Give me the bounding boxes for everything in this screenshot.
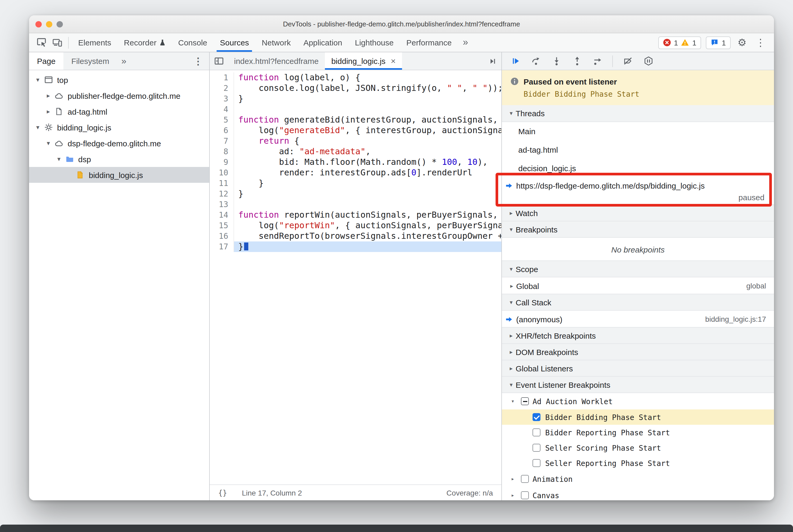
- code-text[interactable]: [234, 104, 502, 115]
- section-watch[interactable]: ▸Watch: [502, 205, 774, 221]
- tab-performance[interactable]: Performance: [400, 33, 458, 52]
- close-tab-icon[interactable]: ×: [391, 56, 396, 66]
- disclosure-down-icon[interactable]: ▾: [33, 124, 42, 131]
- minimize-window-button[interactable]: [46, 21, 52, 27]
- section-call-stack[interactable]: ▾Call Stack: [502, 294, 774, 311]
- step-button[interactable]: [588, 53, 606, 69]
- line-number[interactable]: 12: [210, 189, 234, 199]
- disclosure-right-icon[interactable]: ▸: [507, 282, 516, 289]
- code-text[interactable]: return {: [234, 136, 502, 146]
- disclosure-right-icon[interactable]: ▸: [508, 492, 517, 499]
- breakpoint-category-animation[interactable]: ▸Animation: [502, 471, 774, 487]
- disclosure-down-icon[interactable]: ▾: [54, 155, 63, 163]
- disclosure-right-icon[interactable]: ▸: [44, 92, 53, 99]
- bidder-reporting-phase-start-checkbox[interactable]: [532, 429, 541, 436]
- tree-item-dsp[interactable]: ▾dsp: [29, 151, 209, 167]
- tab-sources[interactable]: Sources: [214, 33, 256, 52]
- section-event-listener-breakpoints[interactable]: ▾Event Listener Breakpoints: [502, 376, 774, 393]
- deactivate-breakpoints-button[interactable]: [619, 53, 637, 69]
- step-into-button[interactable]: [547, 53, 565, 69]
- line-number[interactable]: 1: [210, 72, 234, 83]
- code-text[interactable]: }: [234, 178, 502, 189]
- section-threads[interactable]: ▾Threads: [502, 105, 774, 122]
- tree-item-ad-tag-html[interactable]: ▸ad-tag.html: [29, 103, 209, 119]
- resume-button[interactable]: [506, 53, 524, 69]
- section-scope[interactable]: ▾Scope: [502, 261, 774, 277]
- code-text[interactable]: ad: "ad-metadata",: [234, 146, 502, 157]
- line-number[interactable]: 9: [210, 157, 234, 168]
- code-text[interactable]: sendReportTo(browserSignals.interestGrou…: [234, 231, 502, 242]
- tab-elements[interactable]: Elements: [72, 33, 117, 52]
- toggle-navigator-button[interactable]: [210, 52, 228, 70]
- line-number[interactable]: 13: [210, 199, 234, 210]
- thread-item-main[interactable]: Main: [502, 122, 774, 140]
- tree-item-dsp-fledge-demo-glitch-me[interactable]: ▾dsp-fledge-demo.glitch.me: [29, 135, 209, 151]
- next-editor-tab-button[interactable]: [484, 52, 502, 70]
- line-number[interactable]: 11: [210, 178, 234, 189]
- line-number[interactable]: 3: [210, 94, 234, 104]
- code-text[interactable]: bid: Math.floor(Math.random() * 100, 10)…: [234, 157, 502, 168]
- more-navigator-tabs-button[interactable]: »: [117, 52, 131, 70]
- disclosure-down-icon[interactable]: ▾: [44, 139, 53, 147]
- call-stack-frame[interactable]: (anonymous)bidding_logic.js:17: [502, 311, 774, 327]
- seller-scoring-phase-start-checkbox[interactable]: [532, 444, 541, 452]
- code-text[interactable]: log("generateBid", { interestGroup, auct…: [234, 125, 502, 136]
- pause-on-exceptions-button[interactable]: [639, 53, 657, 69]
- inspect-element-button[interactable]: [33, 35, 49, 50]
- breakpoint-seller-reporting-phase-start[interactable]: Seller Reporting Phase Start: [502, 455, 774, 471]
- code-text[interactable]: render: interestGroup.ads[0].renderUrl: [234, 168, 502, 178]
- navigator-tab-page[interactable]: Page: [29, 52, 63, 70]
- animation-checkbox[interactable]: [521, 475, 529, 483]
- line-number[interactable]: 14: [210, 210, 234, 220]
- seller-reporting-phase-start-checkbox[interactable]: [532, 459, 541, 467]
- bidder-bidding-phase-start-checkbox[interactable]: [532, 413, 541, 421]
- line-number[interactable]: 15: [210, 220, 234, 231]
- disclosure-right-icon[interactable]: ▸: [508, 475, 517, 482]
- code-text[interactable]: function generateBid(interestGroup, auct…: [234, 115, 502, 125]
- section-breakpoints[interactable]: ▾Breakpoints: [502, 221, 774, 238]
- tab-network[interactable]: Network: [256, 33, 297, 52]
- toggle-device-toolbar-button[interactable]: [49, 35, 65, 50]
- line-number[interactable]: 5: [210, 115, 234, 125]
- code-text[interactable]: [234, 199, 502, 210]
- tree-item-publisher-fledge-demo-glitch-me[interactable]: ▸publisher-fledge-demo.glitch.me: [29, 88, 209, 103]
- more-panels-button[interactable]: »: [458, 37, 473, 48]
- step-over-button[interactable]: [527, 53, 545, 69]
- section-dom-breakpoints[interactable]: ▸DOM Breakpoints: [502, 343, 774, 360]
- thread-item-ad-tag-html[interactable]: ad-tag.html: [502, 140, 774, 159]
- tab-application[interactable]: Application: [297, 33, 349, 52]
- code-text[interactable]: }: [234, 94, 502, 104]
- editor-tab-bidding-logic-js[interactable]: bidding_logic.js×: [325, 52, 402, 70]
- thread-item-paused[interactable]: https://dsp-fledge-demo.glitch.me/dsp/bi…: [502, 177, 774, 205]
- breakpoint-bidder-reporting-phase-start[interactable]: Bidder Reporting Phase Start: [502, 425, 774, 440]
- canvas-checkbox[interactable]: [521, 491, 529, 499]
- navigator-tab-filesystem[interactable]: Filesystem: [63, 52, 117, 70]
- line-number[interactable]: 17: [210, 242, 234, 252]
- tree-item-bidding-logic-js[interactable]: ▾bidding_logic.js: [29, 119, 209, 135]
- tab-recorder[interactable]: Recorder: [117, 33, 172, 52]
- editor-tab-index-html-fencedframe[interactable]: index.html?fencedframe: [228, 52, 325, 70]
- ad-auction-worklet-checkbox[interactable]: [521, 397, 529, 405]
- code-text[interactable]: }: [234, 189, 502, 199]
- code-text[interactable]: console.log(label, JSON.stringify(o, " "…: [234, 83, 502, 94]
- code-text[interactable]: function reportWin(auctionSignals, perBu…: [234, 210, 502, 220]
- settings-button[interactable]: ⚙: [735, 36, 749, 49]
- close-window-button[interactable]: [35, 21, 42, 27]
- console-errors-warnings-button[interactable]: 1 1: [658, 36, 701, 49]
- thread-item-decision-logic-js[interactable]: decision_logic.js: [502, 159, 774, 177]
- line-number[interactable]: 8: [210, 146, 234, 157]
- disclosure-down-icon[interactable]: ▾: [33, 76, 42, 83]
- code-text[interactable]: log("reportWin", { auctionSignals, perBu…: [234, 220, 502, 231]
- line-number[interactable]: 16: [210, 231, 234, 242]
- tree-item-top[interactable]: ▾top: [29, 72, 209, 88]
- line-number[interactable]: 4: [210, 104, 234, 115]
- breakpoint-category-canvas[interactable]: ▸Canvas: [502, 487, 774, 500]
- step-out-button[interactable]: [568, 53, 586, 69]
- section-xhr-fetch-breakpoints[interactable]: ▸XHR/fetch Breakpoints: [502, 327, 774, 344]
- main-menu-button[interactable]: ⋮: [753, 36, 768, 49]
- code-text[interactable]: }: [234, 242, 502, 252]
- breakpoint-seller-scoring-phase-start[interactable]: Seller Scoring Phase Start: [502, 440, 774, 455]
- navigator-menu-button[interactable]: ⋮: [187, 52, 209, 70]
- line-number[interactable]: 10: [210, 168, 234, 178]
- line-number[interactable]: 7: [210, 136, 234, 146]
